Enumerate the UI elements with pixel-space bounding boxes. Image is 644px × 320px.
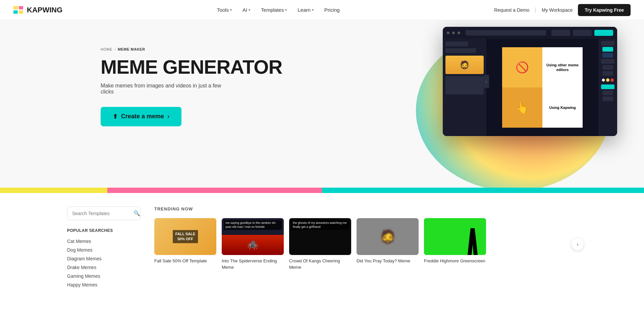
- template-name-fall-sale: Fall Sale 50% Off Template: [154, 258, 207, 263]
- template-card-spiderverse[interactable]: me saying goodbye to the random 40-year-…: [222, 218, 284, 270]
- nav-ai-label: AI: [243, 7, 247, 13]
- nav-tools-label: Tools: [217, 7, 229, 13]
- nav-learn[interactable]: Learn ▾: [298, 7, 313, 13]
- search-icon[interactable]: 🔍: [133, 210, 140, 216]
- main-content: 🔍 POPULAR SEARCHES Cat Memes Dog Memes D…: [0, 193, 644, 303]
- logo[interactable]: KAPWING: [13, 6, 62, 14]
- person-silhouette-icon: [468, 228, 478, 255]
- nav-templates-label: Templates: [261, 7, 284, 13]
- template-card-pray[interactable]: 🧔 Did You Pray Today? Meme: [357, 218, 419, 270]
- tool-btn-teal: [601, 84, 614, 89]
- template-img-spiderverse: me saying goodbye to the random 40-year-…: [222, 218, 284, 255]
- sidebar-item-happy-memes[interactable]: Happy Memes: [67, 280, 141, 289]
- sidebar-item-diagram-memes[interactable]: Diagram Memes: [67, 254, 141, 263]
- tool-btn: [601, 59, 614, 64]
- template-card-freddie[interactable]: Freddie Highmore Greenscreen: [424, 218, 486, 270]
- tool-btn: [602, 47, 613, 52]
- editor-btn-mock: [551, 30, 570, 36]
- color-bands: [0, 188, 644, 193]
- template-img-kangs: the ghosts of my ancestors watching me f…: [289, 218, 351, 255]
- thumb-blank: [445, 76, 484, 94]
- fall-sale-text: FALL SALE50% OFF: [173, 230, 198, 243]
- logo-icon: [13, 6, 24, 14]
- tool-btn: [602, 90, 613, 95]
- search-input[interactable]: [72, 211, 131, 216]
- create-meme-button[interactable]: ⬆ Create a meme ›: [101, 107, 181, 126]
- logo-text: KAPWING: [27, 6, 62, 14]
- editor-thumbnails: 🧔: [445, 56, 484, 94]
- panel-item: [445, 42, 468, 46]
- panel-toggle-icon[interactable]: ‹: [484, 75, 489, 88]
- content-layout: 🔍 POPULAR SEARCHES Cat Memes Dog Memes D…: [67, 206, 577, 289]
- sidebar-item-cat-memes[interactable]: Cat Memes: [67, 237, 141, 246]
- editor-dot: [452, 31, 455, 34]
- editor-dot: [447, 31, 449, 34]
- template-img-pray: 🧔: [357, 218, 419, 255]
- band-yellow: [0, 188, 107, 193]
- spiderverse-caption: me saying goodbye to the random 40-year-…: [224, 220, 282, 230]
- editor-sidebar-right: [598, 39, 617, 136]
- try-kapwing-button[interactable]: Try Kapwing Free: [578, 4, 631, 16]
- spiderverse-figure: 🕷️: [222, 235, 284, 255]
- meme-cell-text2: Using Kapwing: [542, 87, 583, 128]
- pray-figure: 🧔: [357, 218, 419, 255]
- template-name-kangs: Crowd Of Kangs Cheering Meme: [289, 258, 340, 270]
- meme-cell-reject: 🚫: [502, 47, 542, 87]
- panel-item: [445, 48, 476, 53]
- tool-btn: [602, 71, 613, 76]
- color-circles: [602, 78, 614, 82]
- chevron-down-icon: ▾: [249, 8, 250, 12]
- nav-ai[interactable]: AI ▾: [243, 7, 250, 13]
- chevron-down-icon: ▾: [285, 8, 287, 12]
- kangs-caption: the ghosts of my ancestors watching me f…: [291, 220, 349, 230]
- nav-pricing-label: Pricing: [324, 7, 340, 13]
- editor-btn-mock: [573, 30, 592, 36]
- band-teal2: [429, 188, 537, 193]
- template-card-kangs[interactable]: the ghosts of my ancestors watching me f…: [289, 218, 351, 270]
- sidebar-item-dog-memes[interactable]: Dog Memes: [67, 246, 141, 254]
- color-yellow: [606, 78, 609, 82]
- templates-area: TRENDING NOW FALL SALE50% OFF Fall Sale …: [154, 206, 577, 289]
- meme-text-reject: Using other meme editors: [545, 63, 580, 72]
- upload-icon: ⬆: [113, 113, 118, 120]
- template-img-fall-sale: FALL SALE50% OFF: [154, 218, 216, 255]
- carousel-next-button[interactable]: ›: [572, 238, 584, 250]
- breadcrumb-separator: ›: [114, 47, 116, 52]
- request-demo-link[interactable]: Request a Demo: [494, 7, 529, 13]
- hero-section: 🧔 ‹ 🚫 Using other meme editors: [0, 20, 644, 188]
- color-white: [602, 78, 605, 82]
- template-name-pray: Did You Pray Today? Meme: [357, 258, 410, 263]
- thumb-drake: 🧔: [445, 56, 484, 74]
- template-img-freddie: [424, 218, 486, 255]
- tool-btn: [602, 65, 613, 70]
- tool-btn: [602, 97, 613, 101]
- tool-btn: [602, 53, 613, 58]
- template-card-fall-sale[interactable]: FALL SALE50% OFF Fall Sale 50% Off Templ…: [154, 218, 216, 270]
- chevron-down-icon: ▾: [312, 8, 314, 12]
- navbar: KAPWING Tools ▾ AI ▾ Templates ▾ Learn ▾…: [0, 0, 644, 20]
- template-name-spiderverse: Into The Spiderverse Ending Meme: [222, 258, 277, 270]
- editor-sidebar-left: 🧔: [443, 39, 486, 136]
- arrow-icon: ›: [167, 113, 169, 120]
- meme-cell-text1: Using other meme editors: [542, 47, 583, 87]
- nav-pricing[interactable]: Pricing: [324, 7, 340, 13]
- band-teal3: [537, 188, 644, 193]
- sidebar: 🔍 POPULAR SEARCHES Cat Memes Dog Memes D…: [67, 206, 141, 289]
- sidebar-item-drake-memes[interactable]: Drake Memes: [67, 263, 141, 272]
- editor-mockup: 🧔 ‹ 🚫 Using other meme editors: [443, 27, 617, 136]
- editor-btn-green: [594, 30, 613, 36]
- editor-body: 🧔 ‹ 🚫 Using other meme editors: [443, 39, 617, 136]
- nav-templates[interactable]: Templates ▾: [261, 7, 287, 13]
- editor-search-bar: [466, 30, 546, 36]
- my-workspace-link[interactable]: My Workspace: [542, 7, 573, 13]
- nav-links: Tools ▾ AI ▾ Templates ▾ Learn ▾ Pricing: [217, 7, 340, 13]
- editor-topbar: [443, 27, 617, 39]
- sidebar-item-gaming-memes[interactable]: Gaming Memes: [67, 272, 141, 280]
- nav-right: Request a Demo | My Workspace Try Kapwin…: [494, 4, 631, 16]
- trending-label: TRENDING NOW: [154, 206, 577, 211]
- nav-tools[interactable]: Tools ▾: [217, 7, 232, 13]
- color-red: [610, 78, 614, 82]
- chevron-down-icon: ▾: [230, 8, 232, 12]
- band-pink: [107, 188, 215, 193]
- meme-text-approve: Using Kapwing: [549, 105, 576, 110]
